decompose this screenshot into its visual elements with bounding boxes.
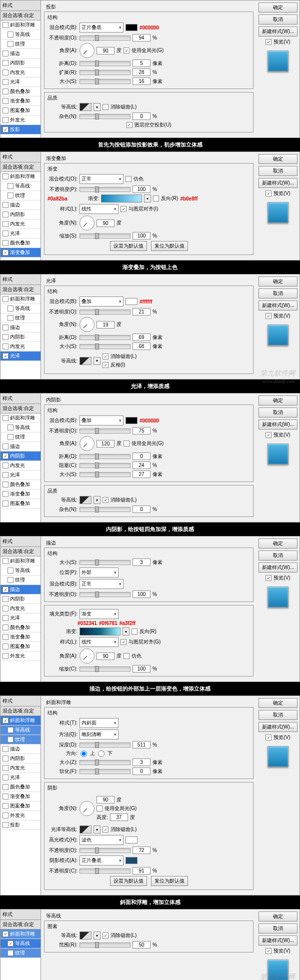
value-input[interactable]: 511 — [132, 741, 150, 748]
preview-checkbox[interactable] — [266, 39, 272, 45]
dropdown-arrow-icon[interactable]: ▾ — [94, 357, 100, 365]
value-input[interactable]: 5 — [132, 60, 150, 67]
dropdown-arrow-icon[interactable]: ▾ — [94, 826, 100, 834]
value-input[interactable]: 0 — [132, 506, 150, 513]
preview-checkbox[interactable] — [266, 432, 272, 438]
select[interactable]: 雕刻清晰 — [80, 730, 118, 740]
blend-mode-select[interactable]: 叠加 — [80, 416, 124, 426]
checkbox-icon[interactable] — [2, 931, 8, 937]
new-style-button[interactable]: 新建样式(W)... — [258, 178, 298, 188]
slider[interactable] — [80, 70, 130, 75]
slider[interactable] — [80, 942, 130, 948]
sidebar-item[interactable]: 描边 — [0, 744, 40, 754]
sidebar-item[interactable]: 光泽 — [0, 470, 40, 480]
checkbox-icon[interactable] — [2, 344, 8, 350]
slider[interactable] — [80, 344, 130, 349]
angle-input[interactable]: 19 — [96, 321, 114, 328]
blend-mode-select[interactable]: 正片叠底 — [80, 856, 124, 866]
checkbox-icon[interactable] — [2, 334, 8, 340]
sidebar-item[interactable]: 等高线 — [0, 182, 40, 191]
checkbox-icon[interactable] — [8, 727, 14, 733]
checkbox-icon[interactable] — [2, 746, 8, 752]
sidebar-item[interactable]: 光泽 — [0, 78, 40, 87]
checkbox-icon[interactable] — [2, 794, 8, 800]
preview-checkbox[interactable] — [266, 313, 272, 319]
angle-input[interactable]: 120 — [96, 440, 114, 448]
checkbox-icon[interactable] — [8, 568, 14, 574]
checkbox-icon[interactable] — [2, 774, 8, 780]
sidebar-item[interactable]: 颜色叠加 — [0, 480, 40, 490]
value-input[interactable]: 0 — [132, 112, 150, 120]
radio-下[interactable] — [98, 750, 104, 757]
checkbox-icon[interactable] — [2, 803, 8, 809]
angle-dial[interactable] — [80, 216, 94, 230]
slider[interactable] — [80, 187, 130, 192]
radio-上[interactable] — [80, 750, 87, 757]
value-input[interactable]: 28 — [132, 68, 150, 76]
checkbox-icon[interactable] — [8, 940, 14, 946]
select[interactable]: 线性 — [80, 637, 118, 647]
sidebar-item[interactable]: 内阴影 — [0, 332, 40, 342]
sidebar-item[interactable]: 内发光 — [0, 68, 40, 78]
checkbox-icon[interactable] — [2, 472, 8, 478]
slider[interactable] — [80, 666, 130, 672]
sidebar-item[interactable]: 颜色叠加 — [0, 623, 40, 632]
checkbox-icon[interactable] — [2, 230, 8, 236]
checkbox-icon[interactable] — [8, 577, 14, 583]
reset-default-button[interactable]: 复位为默认值 — [151, 241, 188, 251]
checkbox-icon[interactable] — [2, 70, 8, 76]
sidebar-item[interactable]: 纹理 — [0, 432, 40, 442]
slider[interactable] — [80, 560, 130, 565]
sidebar-item[interactable]: 外发光 — [0, 811, 40, 820]
sidebar-item[interactable]: 斜面和浮雕 — [0, 556, 40, 566]
sidebar-item[interactable]: 描边 — [0, 323, 40, 332]
checkbox-icon[interactable] — [2, 88, 8, 94]
sidebar-item[interactable]: 渐变叠加 — [0, 632, 40, 642]
angle-input[interactable]: 90 — [96, 652, 114, 660]
checkbox-icon[interactable] — [2, 644, 8, 650]
sidebar-blend-options[interactable]: 混合选项:自定 — [0, 11, 40, 20]
sidebar-item[interactable]: 投影 — [0, 125, 40, 134]
sidebar-item[interactable]: 光泽 — [0, 352, 40, 361]
checkbox-icon[interactable] — [2, 482, 8, 488]
value-input[interactable]: 27 — [132, 470, 150, 478]
select[interactable]: 内斜面 — [80, 718, 118, 728]
sidebar-item[interactable]: 颜色叠加 — [0, 782, 40, 792]
checkbox-icon[interactable] — [8, 434, 14, 440]
value-input[interactable]: 3 — [132, 558, 150, 566]
sidebar-item[interactable]: 等高线 — [0, 726, 40, 735]
sidebar-item[interactable]: 光泽 — [0, 773, 40, 782]
value-input[interactable]: 94 — [132, 34, 150, 42]
cancel-button[interactable]: 取消 — [258, 288, 298, 298]
checkbox-icon[interactable] — [2, 500, 8, 506]
sidebar-blend-options[interactable]: 混合选项:自定 — [0, 285, 40, 294]
checkbox-icon[interactable] — [102, 932, 108, 938]
sidebar-item[interactable]: 内阴影 — [0, 452, 40, 461]
checkbox-icon[interactable] — [2, 634, 8, 640]
sidebar-item[interactable]: 投影 — [0, 820, 40, 830]
new-style-button[interactable]: 新建样式(W)... — [258, 722, 298, 732]
sidebar-item[interactable]: 斜面和浮雕 — [0, 716, 40, 726]
value-input[interactable]: 100 — [132, 232, 150, 240]
checkbox-icon[interactable] — [2, 812, 8, 818]
checkbox-icon[interactable] — [2, 624, 8, 630]
cancel-button[interactable]: 取消 — [258, 408, 298, 418]
gradient-picker[interactable] — [80, 628, 120, 636]
ok-button[interactable]: 确定 — [258, 396, 298, 406]
cancel-button[interactable]: 取消 — [258, 924, 298, 934]
checkbox-icon[interactable] — [102, 104, 108, 110]
ok-button[interactable]: 确定 — [258, 698, 298, 708]
sidebar-item[interactable]: 描边 — [0, 442, 40, 452]
dropdown-arrow-icon[interactable]: ▾ — [94, 496, 100, 504]
set-default-button[interactable]: 设置为默认值 — [110, 241, 147, 251]
slider[interactable] — [80, 114, 130, 119]
sidebar-item[interactable]: 渐变叠加 — [0, 96, 40, 106]
value-input[interactable]: 69 — [132, 334, 150, 341]
sidebar-item[interactable]: 等高线 — [0, 423, 40, 432]
contour-picker[interactable] — [80, 496, 92, 504]
checkbox-icon[interactable] — [8, 950, 14, 956]
dropdown-arrow-icon[interactable]: ▾ — [94, 103, 100, 111]
checkbox-icon[interactable] — [2, 50, 8, 56]
dropdown-arrow-icon[interactable]: ▾ — [122, 628, 130, 636]
checkbox-icon[interactable] — [102, 826, 108, 832]
